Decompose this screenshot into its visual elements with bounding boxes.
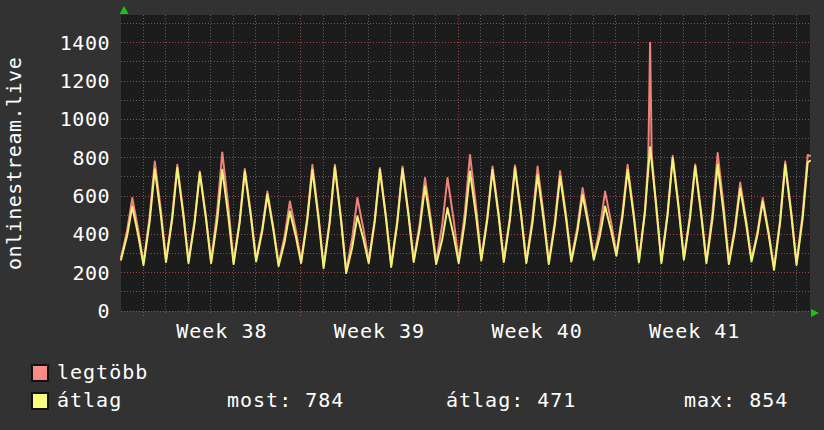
y-tick-label: 800 bbox=[72, 148, 110, 168]
x-tick-label: Week 41 bbox=[649, 321, 740, 341]
y-axis-arrow-icon bbox=[120, 6, 129, 14]
y-axis-title: onlinestream.live bbox=[1, 15, 27, 311]
legend-swatch-legtobb bbox=[31, 364, 49, 382]
y-tick-label: 600 bbox=[72, 186, 110, 206]
y-tick-label: 1000 bbox=[60, 109, 110, 129]
chart-plot-area bbox=[0, 0, 824, 350]
y-tick-label: 0 bbox=[97, 301, 110, 321]
munin-weekly-graph: onlinestream.live 0200400600800100012001… bbox=[0, 0, 824, 430]
x-tick-label: Week 40 bbox=[491, 321, 582, 341]
y-tick-label: 400 bbox=[72, 224, 110, 244]
legend-label-atlag: átlag bbox=[57, 389, 122, 411]
x-axis-arrow-icon bbox=[811, 309, 819, 317]
y-tick-label: 200 bbox=[72, 263, 110, 283]
y-tick-label: 1200 bbox=[60, 71, 110, 91]
stat-atlag: átlag: 471 bbox=[446, 389, 576, 411]
stat-most: most: 784 bbox=[227, 389, 344, 411]
legend-swatch-atlag bbox=[31, 392, 49, 410]
legend-label-legtobb: legtöbb bbox=[57, 361, 148, 383]
x-tick-label: Week 38 bbox=[176, 321, 267, 341]
stat-max: max: 854 bbox=[684, 389, 788, 411]
x-tick-label: Week 39 bbox=[334, 321, 425, 341]
y-tick-label: 1400 bbox=[60, 33, 110, 53]
